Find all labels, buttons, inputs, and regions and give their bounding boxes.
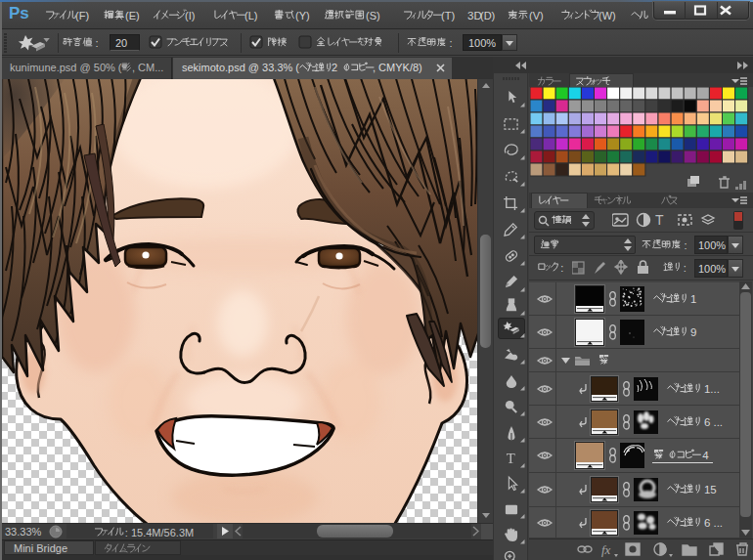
svg-text:1: 1 (687, 293, 697, 305)
svg-text:6 ...: 6 ... (701, 416, 723, 428)
svg-text:9: 9 (687, 326, 697, 338)
svg-text::: : (682, 239, 687, 251)
svg-text::: : (447, 37, 453, 49)
svg-text:1...: 1... (701, 383, 720, 395)
svg-text:6 ...: 6 ... (701, 517, 723, 529)
svg-text:: 15.4M/56.3M: : 15.4M/56.3M (122, 527, 194, 538)
svg-text::: : (92, 37, 98, 49)
svg-text:fx: fx (601, 542, 611, 557)
svg-text:15: 15 (701, 484, 717, 495)
svg-text:4: 4 (699, 450, 709, 461)
svg-text:T: T (655, 212, 664, 228)
svg-text::: : (681, 262, 687, 274)
svg-text::: : (557, 262, 563, 274)
svg-text:T: T (507, 451, 515, 466)
